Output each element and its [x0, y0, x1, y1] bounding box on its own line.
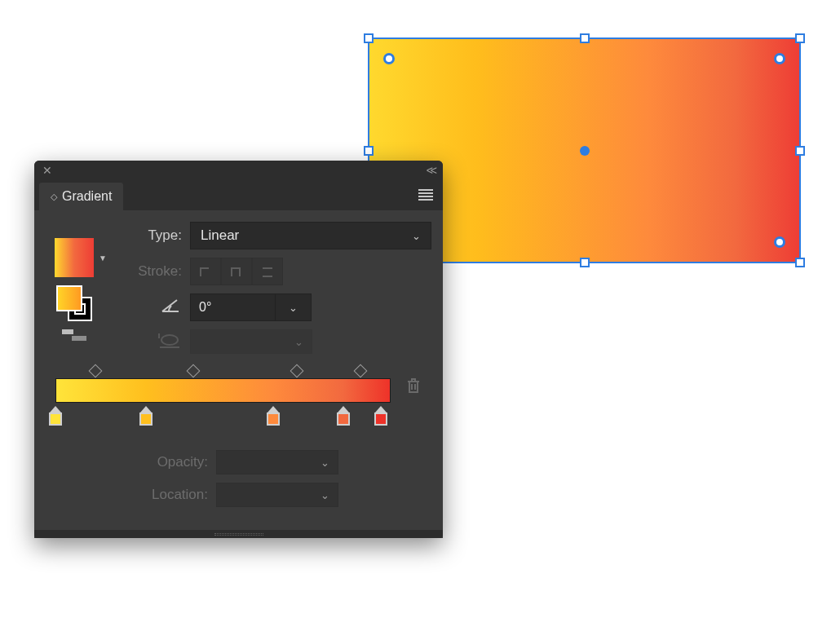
- opacity-label: Opacity:: [139, 454, 208, 470]
- gradient-midpoint[interactable]: [354, 364, 368, 378]
- stroke-label: Stroke:: [113, 263, 182, 280]
- corner-radius-handle-tl[interactable]: [383, 53, 395, 64]
- chevron-down-icon: ⌄: [321, 489, 329, 501]
- aspect-ratio-select: ⌄: [190, 329, 312, 354]
- gradient-color-stop[interactable]: [139, 406, 153, 426]
- opacity-select: ⌄: [216, 450, 338, 474]
- stroke-mode-across[interactable]: [252, 258, 283, 285]
- type-label: Type:: [113, 227, 182, 244]
- gradient-color-stop[interactable]: [374, 406, 388, 426]
- gradient-color-stop[interactable]: [336, 406, 351, 426]
- angle-value: 0°: [199, 300, 211, 315]
- resize-handle-l[interactable]: [364, 146, 374, 156]
- chevron-down-icon: ⌄: [294, 336, 303, 348]
- swatch-dropdown-icon[interactable]: ▼: [99, 254, 107, 263]
- gradient-panel: ✕ << ◇ Gradient ▼ Typ: [34, 161, 443, 538]
- stroke-mode-within[interactable]: [190, 258, 221, 285]
- gradient-slider[interactable]: [46, 368, 431, 430]
- type-value: Linear: [201, 227, 239, 244]
- tab-gradient[interactable]: ◇ Gradient: [39, 183, 123, 210]
- gradient-midpoint[interactable]: [186, 364, 200, 378]
- gradient-color-stop[interactable]: [48, 406, 63, 426]
- location-label: Location:: [139, 487, 208, 503]
- gradient-preview-swatch[interactable]: ▼: [55, 238, 94, 277]
- panel-tabs: ◇ Gradient: [34, 179, 443, 210]
- angle-input[interactable]: 0°: [190, 293, 276, 321]
- reverse-gradient-button[interactable]: [62, 329, 86, 346]
- close-icon[interactable]: ✕: [42, 164, 52, 177]
- svg-point-0: [161, 335, 178, 345]
- type-select[interactable]: Linear ⌄: [190, 222, 431, 249]
- chevron-down-icon: ⌄: [412, 230, 421, 242]
- delete-stop-icon[interactable]: [405, 377, 422, 397]
- corner-radius-handle-br[interactable]: [774, 236, 785, 248]
- stroke-gradient-mode: [190, 258, 283, 285]
- panel-titlebar[interactable]: ✕ <<: [34, 161, 443, 179]
- resize-handle-tl[interactable]: [364, 33, 374, 43]
- stroke-mode-along[interactable]: [221, 258, 252, 285]
- location-select: ⌄: [216, 483, 338, 507]
- panel-menu-icon[interactable]: [418, 179, 443, 210]
- resize-handle-br[interactable]: [795, 258, 805, 267]
- gradient-midpoint[interactable]: [89, 364, 103, 378]
- resize-handle-t[interactable]: [580, 33, 590, 43]
- collapse-icon[interactable]: <<: [427, 164, 435, 177]
- expand-icon: ◇: [51, 192, 57, 202]
- angle-icon: [113, 297, 182, 319]
- resize-handle-b[interactable]: [580, 258, 590, 267]
- resize-handle-tr[interactable]: [795, 33, 805, 43]
- gradient-midpoint[interactable]: [290, 364, 303, 378]
- gradient-ramp[interactable]: [55, 378, 391, 403]
- resize-handle-r[interactable]: [795, 146, 805, 156]
- tab-label: Gradient: [62, 189, 112, 204]
- chevron-down-icon: ⌄: [321, 457, 329, 469]
- fill-stroke-toggle[interactable]: [56, 285, 92, 321]
- chevron-down-icon: ⌄: [289, 302, 298, 314]
- angle-dropdown[interactable]: ⌄: [276, 293, 312, 321]
- panel-resize-grip[interactable]: [34, 530, 443, 538]
- corner-radius-handle-tr[interactable]: [774, 53, 785, 64]
- aspect-ratio-icon: [113, 331, 182, 353]
- fill-swatch[interactable]: [56, 285, 82, 311]
- center-point[interactable]: [580, 146, 590, 156]
- gradient-color-stop[interactable]: [266, 406, 281, 426]
